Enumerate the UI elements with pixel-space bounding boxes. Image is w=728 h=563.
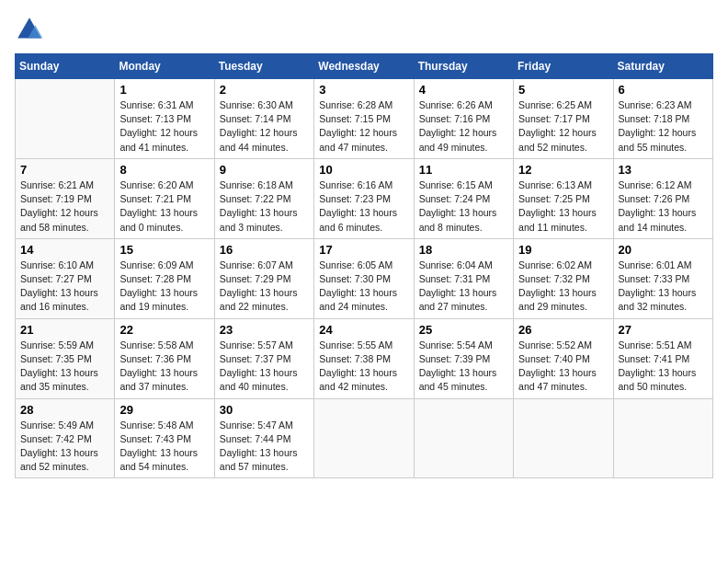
day-number: 15 bbox=[119, 243, 209, 257]
day-info: Sunrise: 5:47 AMSunset: 7:44 PMDaylight:… bbox=[220, 419, 309, 475]
day-number: 23 bbox=[220, 323, 309, 337]
day-info: Sunrise: 5:54 AMSunset: 7:39 PMDaylight:… bbox=[419, 339, 508, 395]
day-info: Sunrise: 6:31 AMSunset: 7:13 PMDaylight:… bbox=[119, 98, 209, 155]
day-cell: 7Sunrise: 6:21 AMSunset: 7:19 PMDaylight… bbox=[16, 158, 115, 238]
day-info: Sunrise: 6:23 AMSunset: 7:18 PMDaylight:… bbox=[619, 98, 708, 155]
day-cell: 16Sunrise: 6:07 AMSunset: 7:29 PMDayligh… bbox=[214, 238, 313, 318]
day-cell bbox=[314, 398, 414, 478]
day-cell bbox=[514, 398, 613, 478]
week-row-2: 7Sunrise: 6:21 AMSunset: 7:19 PMDaylight… bbox=[16, 158, 713, 238]
header-day-saturday: Saturday bbox=[613, 54, 712, 79]
day-cell: 23Sunrise: 5:57 AMSunset: 7:37 PMDayligh… bbox=[214, 318, 313, 398]
day-cell: 3Sunrise: 6:28 AMSunset: 7:15 PMDaylight… bbox=[314, 79, 414, 159]
day-number: 21 bbox=[20, 323, 109, 337]
day-cell: 28Sunrise: 5:49 AMSunset: 7:42 PMDayligh… bbox=[16, 398, 115, 478]
day-cell: 1Sunrise: 6:31 AMSunset: 7:13 PMDaylight… bbox=[115, 79, 214, 159]
day-number: 4 bbox=[419, 83, 508, 97]
day-cell bbox=[414, 398, 513, 478]
day-number: 26 bbox=[518, 323, 608, 337]
day-number: 6 bbox=[619, 83, 708, 97]
week-row-5: 28Sunrise: 5:49 AMSunset: 7:42 PMDayligh… bbox=[16, 398, 713, 478]
day-cell: 13Sunrise: 6:12 AMSunset: 7:26 PMDayligh… bbox=[613, 158, 712, 238]
day-cell: 14Sunrise: 6:10 AMSunset: 7:27 PMDayligh… bbox=[16, 238, 115, 318]
day-cell: 29Sunrise: 5:48 AMSunset: 7:43 PMDayligh… bbox=[115, 398, 214, 478]
day-cell bbox=[613, 398, 712, 478]
day-number: 30 bbox=[220, 403, 309, 417]
day-info: Sunrise: 6:26 AMSunset: 7:16 PMDaylight:… bbox=[419, 98, 508, 155]
day-info: Sunrise: 6:28 AMSunset: 7:15 PMDaylight:… bbox=[319, 98, 408, 155]
day-number: 8 bbox=[119, 163, 209, 177]
day-info: Sunrise: 6:01 AMSunset: 7:33 PMDaylight:… bbox=[619, 259, 708, 315]
day-cell: 17Sunrise: 6:05 AMSunset: 7:30 PMDayligh… bbox=[314, 238, 414, 318]
day-cell: 26Sunrise: 5:52 AMSunset: 7:40 PMDayligh… bbox=[514, 318, 613, 398]
day-cell: 30Sunrise: 5:47 AMSunset: 7:44 PMDayligh… bbox=[214, 398, 313, 478]
day-info: Sunrise: 5:58 AMSunset: 7:36 PMDaylight:… bbox=[119, 339, 209, 395]
day-cell: 21Sunrise: 5:59 AMSunset: 7:35 PMDayligh… bbox=[16, 318, 115, 398]
day-number: 18 bbox=[419, 243, 508, 257]
day-number: 16 bbox=[220, 243, 309, 257]
day-cell: 2Sunrise: 6:30 AMSunset: 7:14 PMDaylight… bbox=[214, 79, 313, 159]
day-number: 27 bbox=[619, 323, 708, 337]
day-number: 20 bbox=[619, 243, 708, 257]
day-number: 19 bbox=[518, 243, 608, 257]
day-number: 29 bbox=[119, 403, 209, 417]
header-day-thursday: Thursday bbox=[414, 54, 513, 79]
week-row-4: 21Sunrise: 5:59 AMSunset: 7:35 PMDayligh… bbox=[16, 318, 713, 398]
day-cell: 25Sunrise: 5:54 AMSunset: 7:39 PMDayligh… bbox=[414, 318, 513, 398]
day-info: Sunrise: 6:18 AMSunset: 7:22 PMDaylight:… bbox=[220, 178, 309, 235]
day-number: 12 bbox=[518, 163, 608, 177]
day-info: Sunrise: 5:59 AMSunset: 7:35 PMDaylight:… bbox=[20, 339, 109, 395]
logo-icon bbox=[15, 15, 44, 44]
day-number: 11 bbox=[419, 163, 508, 177]
day-info: Sunrise: 6:21 AMSunset: 7:19 PMDaylight:… bbox=[20, 178, 109, 235]
calendar-table: SundayMondayTuesdayWednesdayThursdayFrid… bbox=[15, 53, 713, 478]
day-info: Sunrise: 6:07 AMSunset: 7:29 PMDaylight:… bbox=[220, 259, 309, 315]
day-cell: 27Sunrise: 5:51 AMSunset: 7:41 PMDayligh… bbox=[613, 318, 712, 398]
day-info: Sunrise: 5:48 AMSunset: 7:43 PMDaylight:… bbox=[119, 419, 209, 475]
day-cell: 24Sunrise: 5:55 AMSunset: 7:38 PMDayligh… bbox=[314, 318, 414, 398]
header-day-friday: Friday bbox=[514, 54, 613, 79]
day-info: Sunrise: 6:04 AMSunset: 7:31 PMDaylight:… bbox=[419, 259, 508, 315]
day-info: Sunrise: 6:05 AMSunset: 7:30 PMDaylight:… bbox=[319, 259, 408, 315]
header-day-sunday: Sunday bbox=[16, 54, 115, 79]
week-row-3: 14Sunrise: 6:10 AMSunset: 7:27 PMDayligh… bbox=[16, 238, 713, 318]
day-info: Sunrise: 6:10 AMSunset: 7:27 PMDaylight:… bbox=[20, 259, 109, 315]
day-cell: 4Sunrise: 6:26 AMSunset: 7:16 PMDaylight… bbox=[414, 79, 513, 159]
day-number: 22 bbox=[119, 323, 209, 337]
day-number: 5 bbox=[518, 83, 608, 97]
day-cell: 9Sunrise: 6:18 AMSunset: 7:22 PMDaylight… bbox=[214, 158, 313, 238]
day-cell: 5Sunrise: 6:25 AMSunset: 7:17 PMDaylight… bbox=[514, 79, 613, 159]
day-info: Sunrise: 5:49 AMSunset: 7:42 PMDaylight:… bbox=[20, 419, 109, 475]
day-cell: 22Sunrise: 5:58 AMSunset: 7:36 PMDayligh… bbox=[115, 318, 214, 398]
day-number: 24 bbox=[319, 323, 408, 337]
day-info: Sunrise: 6:15 AMSunset: 7:24 PMDaylight:… bbox=[419, 178, 508, 235]
day-cell: 19Sunrise: 6:02 AMSunset: 7:32 PMDayligh… bbox=[514, 238, 613, 318]
day-info: Sunrise: 6:25 AMSunset: 7:17 PMDaylight:… bbox=[518, 98, 608, 155]
logo bbox=[15, 15, 50, 44]
header-row: SundayMondayTuesdayWednesdayThursdayFrid… bbox=[16, 54, 713, 79]
day-cell bbox=[16, 79, 115, 159]
day-number: 10 bbox=[319, 163, 408, 177]
day-number: 14 bbox=[20, 243, 109, 257]
day-number: 2 bbox=[220, 83, 309, 97]
day-info: Sunrise: 6:09 AMSunset: 7:28 PMDaylight:… bbox=[119, 259, 209, 315]
day-info: Sunrise: 5:55 AMSunset: 7:38 PMDaylight:… bbox=[319, 339, 408, 395]
day-cell: 11Sunrise: 6:15 AMSunset: 7:24 PMDayligh… bbox=[414, 158, 513, 238]
day-info: Sunrise: 5:51 AMSunset: 7:41 PMDaylight:… bbox=[619, 339, 708, 395]
day-cell: 18Sunrise: 6:04 AMSunset: 7:31 PMDayligh… bbox=[414, 238, 513, 318]
day-number: 3 bbox=[319, 83, 408, 97]
day-info: Sunrise: 6:12 AMSunset: 7:26 PMDaylight:… bbox=[619, 178, 708, 235]
day-number: 13 bbox=[619, 163, 708, 177]
day-cell: 10Sunrise: 6:16 AMSunset: 7:23 PMDayligh… bbox=[314, 158, 414, 238]
day-cell: 8Sunrise: 6:20 AMSunset: 7:21 PMDaylight… bbox=[115, 158, 214, 238]
day-number: 17 bbox=[319, 243, 408, 257]
day-info: Sunrise: 5:52 AMSunset: 7:40 PMDaylight:… bbox=[518, 339, 608, 395]
day-info: Sunrise: 6:02 AMSunset: 7:32 PMDaylight:… bbox=[518, 259, 608, 315]
header-day-wednesday: Wednesday bbox=[314, 54, 414, 79]
day-cell: 15Sunrise: 6:09 AMSunset: 7:28 PMDayligh… bbox=[115, 238, 214, 318]
day-number: 25 bbox=[419, 323, 508, 337]
week-row-1: 1Sunrise: 6:31 AMSunset: 7:13 PMDaylight… bbox=[16, 79, 713, 159]
day-number: 1 bbox=[119, 83, 209, 97]
day-info: Sunrise: 6:20 AMSunset: 7:21 PMDaylight:… bbox=[119, 178, 209, 235]
day-cell: 20Sunrise: 6:01 AMSunset: 7:33 PMDayligh… bbox=[613, 238, 712, 318]
